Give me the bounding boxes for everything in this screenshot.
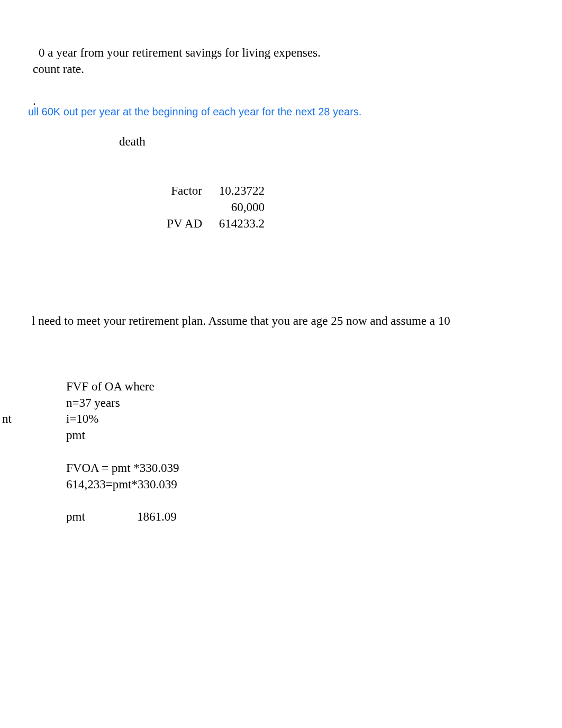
factor-value: 10.23722 xyxy=(212,184,265,198)
calc-pmt-label: pmt xyxy=(66,510,85,524)
amount-value: 60,000 xyxy=(212,201,265,214)
mid-text: l need to meet your retirement plan. Ass… xyxy=(32,314,450,328)
factor-label: Factor xyxy=(157,184,202,198)
header-line-1: 0 a year from your retirement savings fo… xyxy=(39,46,321,60)
blue-note: ull 60K out per year at the beginning of… xyxy=(28,106,361,118)
calc-line-1: FVF of OA where xyxy=(66,380,155,394)
calc-line-6: 614,233=pmt*330.039 xyxy=(66,478,177,492)
calc-line-4: pmt xyxy=(66,429,85,442)
calc-line-5: FVOA = pmt *330.039 xyxy=(66,461,179,475)
nt-label: nt xyxy=(2,412,12,426)
header-line-2: count rate. xyxy=(33,62,84,76)
calc-pmt-value: 1861.09 xyxy=(137,510,177,524)
pvad-label: PV AD xyxy=(157,217,202,231)
pvad-value: 614233.2 xyxy=(212,217,265,231)
calc-line-2: n=37 years xyxy=(66,396,120,410)
death-label: death xyxy=(119,135,146,149)
calc-line-3: i=10% xyxy=(66,412,99,426)
